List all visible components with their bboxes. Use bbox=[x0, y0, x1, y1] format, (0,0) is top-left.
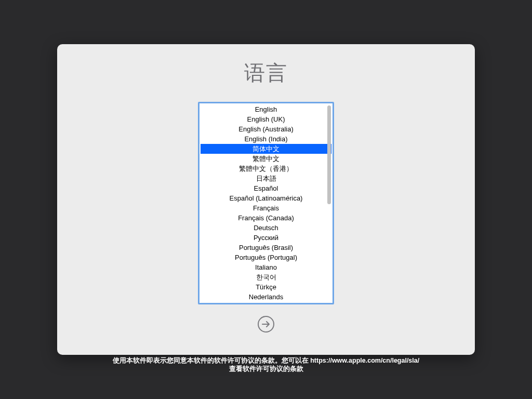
language-option[interactable]: Nederlands bbox=[201, 292, 331, 302]
language-option[interactable]: Русский bbox=[201, 233, 331, 243]
language-option[interactable]: Español bbox=[201, 183, 331, 193]
license-footer: 使用本软件即表示您同意本软件的软件许可协议的条款。您可以在 https://ww… bbox=[0, 356, 532, 373]
language-option[interactable]: Português (Portugal) bbox=[201, 252, 331, 262]
language-list: EnglishEnglish (UK)English (Australia)En… bbox=[201, 104, 331, 302]
language-option[interactable]: Deutsch bbox=[201, 223, 331, 233]
language-listbox[interactable]: EnglishEnglish (UK)English (Australia)En… bbox=[198, 102, 334, 304]
language-option[interactable]: English (India) bbox=[201, 134, 331, 144]
scrollbar-thumb[interactable] bbox=[327, 105, 331, 204]
language-option[interactable]: Français bbox=[201, 203, 331, 213]
scrollbar-track[interactable] bbox=[327, 105, 331, 301]
language-option[interactable]: Español (Latinoamérica) bbox=[201, 193, 331, 203]
language-option[interactable]: 繁體中文 bbox=[201, 154, 331, 164]
continue-button[interactable] bbox=[258, 316, 274, 332]
language-option[interactable]: English (Australia) bbox=[201, 124, 331, 134]
language-option[interactable]: English bbox=[201, 104, 331, 114]
license-line-1: 使用本软件即表示您同意本软件的软件许可协议的条款。您可以在 https://ww… bbox=[0, 356, 532, 365]
arrow-right-icon bbox=[261, 320, 271, 329]
language-option[interactable]: Português (Brasil) bbox=[201, 243, 331, 252]
language-list-viewport: EnglishEnglish (UK)English (Australia)En… bbox=[201, 104, 331, 302]
page-title: 语言 bbox=[244, 59, 288, 87]
language-option[interactable]: Türkçe bbox=[201, 282, 331, 292]
language-option[interactable]: 한국어 bbox=[201, 272, 331, 282]
language-option[interactable]: 繁體中文（香港） bbox=[201, 164, 331, 174]
license-line-2: 查看软件许可协议的条款 bbox=[0, 365, 532, 373]
language-option[interactable]: English (UK) bbox=[201, 114, 331, 124]
language-option[interactable]: 简体中文 bbox=[201, 144, 331, 154]
language-option[interactable]: Français (Canada) bbox=[201, 213, 331, 223]
language-option[interactable]: 日本語 bbox=[201, 174, 331, 183]
setup-panel: 语言 EnglishEnglish (UK)English (Australia… bbox=[57, 44, 475, 355]
language-option[interactable]: Italiano bbox=[201, 262, 331, 272]
